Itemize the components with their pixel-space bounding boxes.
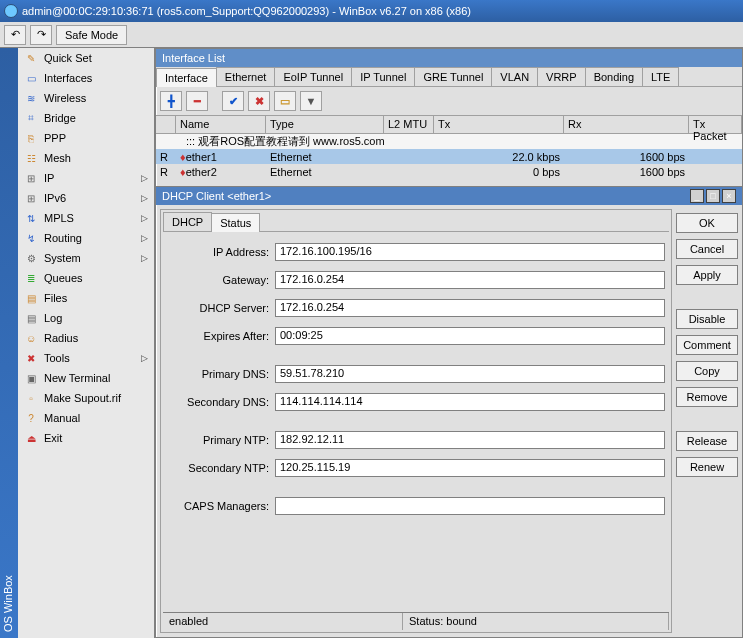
- interface-row-ether1[interactable]: R♦ether1Ethernet22.0 kbps1600 bps: [156, 149, 742, 164]
- main-toolbar: ↶ ↷ Safe Mode: [0, 22, 743, 48]
- sidebar-item-ipv6[interactable]: ⊞IPv6▷: [18, 188, 154, 208]
- tab-vlan[interactable]: VLAN: [491, 67, 538, 86]
- sidebar-item-new-terminal[interactable]: ▣New Terminal: [18, 368, 154, 388]
- dhcp-tab-dhcp[interactable]: DHCP: [163, 212, 212, 231]
- col-tx[interactable]: Tx: [434, 116, 564, 133]
- expires-after-value: 00:09:25: [275, 327, 665, 345]
- sidebar-item-mpls[interactable]: ⇅MPLS▷: [18, 208, 154, 228]
- cell-type: Ethernet: [266, 151, 384, 163]
- interface-note-row: ::: 观看ROS配置教程请到 www.ros5.com: [156, 134, 742, 149]
- sidebar-menu: ✎Quick Set▭Interfaces≋Wireless⌗Bridge⎘PP…: [18, 48, 154, 638]
- tab-lte[interactable]: LTE: [642, 67, 679, 86]
- remove-button[interactable]: Remove: [676, 387, 738, 407]
- menu-icon: ▭: [24, 71, 38, 85]
- disable-button[interactable]: Disable: [676, 309, 738, 329]
- sidebar-item-mesh[interactable]: ☷Mesh: [18, 148, 154, 168]
- col-l2mtu[interactable]: L2 MTU: [384, 116, 434, 133]
- copy-button[interactable]: Copy: [676, 361, 738, 381]
- secondary-ntp-label: Secondary NTP:: [167, 462, 275, 474]
- tab-ip-tunnel[interactable]: IP Tunnel: [351, 67, 415, 86]
- menu-label: PPP: [44, 132, 66, 144]
- interface-row-ether2[interactable]: R♦ether2Ethernet0 bps1600 bps: [156, 164, 742, 179]
- col-name[interactable]: Name: [176, 116, 266, 133]
- enable-button[interactable]: ✔: [222, 91, 244, 111]
- sidebar-item-make-supout-rif[interactable]: ▫Make Supout.rif: [18, 388, 154, 408]
- sidebar-item-exit[interactable]: ⏏Exit: [18, 428, 154, 448]
- submenu-arrow-icon: ▷: [141, 213, 148, 223]
- sidebar-item-routing[interactable]: ↯Routing▷: [18, 228, 154, 248]
- release-button[interactable]: Release: [676, 431, 738, 451]
- tab-gre-tunnel[interactable]: GRE Tunnel: [414, 67, 492, 86]
- sidebar-item-bridge[interactable]: ⌗Bridge: [18, 108, 154, 128]
- col-txpacket[interactable]: Tx Packet: [689, 116, 742, 133]
- sidebar-item-interfaces[interactable]: ▭Interfaces: [18, 68, 154, 88]
- renew-button[interactable]: Renew: [676, 457, 738, 477]
- gateway-label: Gateway:: [167, 274, 275, 286]
- tab-interface[interactable]: Interface: [156, 68, 217, 87]
- menu-label: System: [44, 252, 81, 264]
- interface-list-toolbar: ╋ ━ ✔ ✖ ▭ ▼: [156, 87, 742, 116]
- menu-label: Wireless: [44, 92, 86, 104]
- tab-ethernet[interactable]: Ethernet: [216, 67, 276, 86]
- dhcp-server-label: DHCP Server:: [167, 302, 275, 314]
- menu-icon: ⎘: [24, 131, 38, 145]
- ok-button[interactable]: OK: [676, 213, 738, 233]
- tab-eoip-tunnel[interactable]: EoIP Tunnel: [274, 67, 352, 86]
- app-logo-icon: [4, 4, 18, 18]
- col-rx[interactable]: Rx: [564, 116, 689, 133]
- gateway-value: 172.16.0.254: [275, 271, 665, 289]
- sidebar-item-system[interactable]: ⚙System▷: [18, 248, 154, 268]
- menu-icon: ⌗: [24, 111, 38, 125]
- sidebar-item-radius[interactable]: ☺Radius: [18, 328, 154, 348]
- tab-vrrp[interactable]: VRRP: [537, 67, 586, 86]
- menu-icon: ✖: [24, 351, 38, 365]
- add-button[interactable]: ╋: [160, 91, 182, 111]
- secondary-ntp-value: 120.25.115.19: [275, 459, 665, 477]
- cell-type: Ethernet: [266, 166, 384, 178]
- disable-button[interactable]: ✖: [248, 91, 270, 111]
- sidebar-item-quick-set[interactable]: ✎Quick Set: [18, 48, 154, 68]
- menu-icon: ☷: [24, 151, 38, 165]
- menu-icon: ≣: [24, 271, 38, 285]
- cell-name: ♦ether2: [176, 166, 266, 178]
- sidebar-item-ppp[interactable]: ⎘PPP: [18, 128, 154, 148]
- dhcp-client-title-text: DHCP Client <ether1>: [162, 190, 271, 202]
- redo-button[interactable]: ↷: [30, 25, 52, 45]
- sidebar-item-tools[interactable]: ✖Tools▷: [18, 348, 154, 368]
- col-flag[interactable]: [156, 116, 176, 133]
- col-type[interactable]: Type: [266, 116, 384, 133]
- submenu-arrow-icon: ▷: [141, 233, 148, 243]
- sidebar-item-manual[interactable]: ?Manual: [18, 408, 154, 428]
- tab-bonding[interactable]: Bonding: [585, 67, 643, 86]
- maximize-button[interactable]: □: [706, 189, 720, 203]
- menu-icon: ⚙: [24, 251, 38, 265]
- minimize-button[interactable]: _: [690, 189, 704, 203]
- menu-label: IP: [44, 172, 54, 184]
- comment-button[interactable]: Comment: [676, 335, 738, 355]
- sidebar-vertical-label: OS WinBox: [0, 48, 18, 638]
- close-button[interactable]: ×: [722, 189, 736, 203]
- sidebar-item-files[interactable]: ▤Files: [18, 288, 154, 308]
- cancel-button[interactable]: Cancel: [676, 239, 738, 259]
- sidebar-item-queues[interactable]: ≣Queues: [18, 268, 154, 288]
- ip-address-label: IP Address:: [167, 246, 275, 258]
- filter-button[interactable]: ▼: [300, 91, 322, 111]
- remove-button[interactable]: ━: [186, 91, 208, 111]
- sidebar-item-log[interactable]: ▤Log: [18, 308, 154, 328]
- undo-button[interactable]: ↶: [4, 25, 26, 45]
- comment-button[interactable]: ▭: [274, 91, 296, 111]
- sidebar-item-ip[interactable]: ⊞IP▷: [18, 168, 154, 188]
- dhcp-tab-status[interactable]: Status: [211, 213, 260, 232]
- apply-button[interactable]: Apply: [676, 265, 738, 285]
- primary-ntp-label: Primary NTP:: [167, 434, 275, 446]
- dhcp-server-value: 172.16.0.254: [275, 299, 665, 317]
- submenu-arrow-icon: ▷: [141, 193, 148, 203]
- menu-label: Quick Set: [44, 52, 92, 64]
- submenu-arrow-icon: ▷: [141, 253, 148, 263]
- sidebar-item-wireless[interactable]: ≋Wireless: [18, 88, 154, 108]
- dhcp-client-title[interactable]: DHCP Client <ether1> _ □ ×: [156, 187, 742, 205]
- safe-mode-button[interactable]: Safe Mode: [56, 25, 127, 45]
- ethernet-icon: ♦: [180, 166, 186, 178]
- menu-icon: ↯: [24, 231, 38, 245]
- secondary-dns-value: 114.114.114.114: [275, 393, 665, 411]
